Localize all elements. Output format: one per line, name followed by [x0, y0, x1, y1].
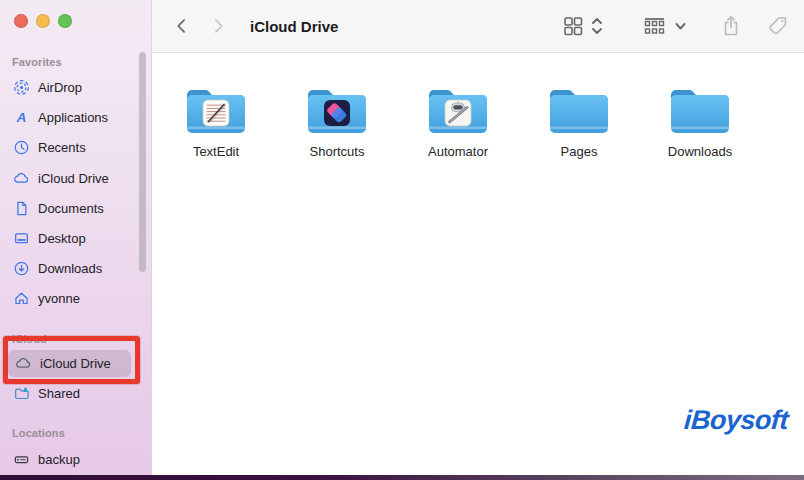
sidebar-item-label: Desktop: [38, 231, 86, 246]
tag-button[interactable]: [766, 14, 789, 38]
recents-icon: [13, 139, 30, 156]
group-by-control[interactable]: [641, 14, 687, 38]
zoom-button[interactable]: [58, 14, 72, 28]
svg-text:A: A: [16, 110, 27, 125]
sidebar-section-favorites: Favorites: [12, 56, 62, 68]
sidebar: Favorites AirDrop A Applications Recents: [0, 0, 152, 480]
toolbar-controls: [561, 14, 789, 38]
group-by-icon: [641, 14, 668, 38]
share-button[interactable]: [720, 14, 742, 38]
folder-textedit[interactable]: TextEdit: [171, 84, 261, 159]
view-mode-control[interactable]: [561, 14, 604, 38]
shortcuts-app-badge: [324, 100, 350, 126]
close-button[interactable]: [14, 14, 28, 28]
tag-icon: [766, 14, 789, 38]
sidebar-item-label: yvonne: [38, 291, 80, 306]
sidebar-item-applications[interactable]: A Applications: [6, 104, 140, 131]
chevron-down-icon: [674, 15, 687, 37]
minimize-button[interactable]: [36, 14, 50, 28]
folder-automator[interactable]: Automator: [413, 84, 503, 159]
sidebar-item-label: backup: [38, 452, 80, 467]
sidebar-item-recents[interactable]: Recents: [6, 134, 140, 161]
folder-name: Pages: [534, 144, 624, 159]
sidebar-item-home[interactable]: yvonne: [6, 285, 140, 312]
bottom-edge-strip: [0, 475, 804, 480]
iboysoft-watermark: iBoysoft: [683, 405, 789, 436]
folder-icon: [305, 84, 369, 136]
external-drive-icon: [13, 451, 30, 468]
folder-name: Downloads: [655, 144, 745, 159]
toolbar: iCloud Drive: [152, 0, 804, 53]
home-icon: [13, 290, 30, 307]
sidebar-item-label: iCloud Drive: [38, 171, 109, 186]
folder-shortcuts[interactable]: Shortcuts: [292, 84, 382, 159]
sidebar-item-desktop[interactable]: Desktop: [6, 225, 140, 252]
sidebar-item-shared[interactable]: Shared: [6, 380, 140, 407]
folder-name: TextEdit: [171, 144, 261, 159]
sidebar-item-label: Downloads: [38, 261, 102, 276]
folder-name: Automator: [413, 144, 503, 159]
sidebar-item-airdrop[interactable]: AirDrop: [6, 74, 140, 101]
window-title: iCloud Drive: [250, 18, 338, 35]
airdrop-icon: [13, 79, 30, 96]
sidebar-item-icloud-drive-fav[interactable]: iCloud Drive: [6, 165, 140, 192]
annotation-red-box: [3, 336, 140, 384]
sidebar-item-backup[interactable]: backup: [6, 446, 140, 473]
desktop-icon: [13, 230, 30, 247]
folder-icon: [184, 84, 248, 136]
forward-button[interactable]: [206, 14, 230, 38]
sidebar-item-label: Applications: [38, 110, 108, 125]
downloads-icon: [13, 260, 30, 277]
automator-app-badge: [445, 100, 471, 126]
documents-icon: [13, 200, 30, 217]
folder-icon: [668, 84, 732, 136]
folder-icon: [426, 84, 490, 136]
sidebar-section-locations: Locations: [12, 427, 65, 439]
folder-pages[interactable]: Pages: [534, 84, 624, 159]
shared-folder-icon: [13, 385, 30, 402]
folder-icon: [547, 84, 611, 136]
applications-icon: A: [13, 109, 30, 126]
sidebar-item-documents[interactable]: Documents: [6, 195, 140, 222]
sidebar-scrollbar[interactable]: [139, 52, 146, 272]
sidebar-item-label: Documents: [38, 201, 104, 216]
chevron-up-down-icon: [590, 15, 604, 37]
sidebar-item-label: Shared: [38, 386, 80, 401]
traffic-lights: [14, 14, 72, 28]
sidebar-item-downloads[interactable]: Downloads: [6, 255, 140, 282]
sidebar-item-label: Recents: [38, 140, 86, 155]
cloud-icon: [13, 170, 30, 187]
folder-name: Shortcuts: [292, 144, 382, 159]
folder-downloads[interactable]: Downloads: [655, 84, 745, 159]
back-button[interactable]: [170, 14, 194, 38]
sidebar-item-label: AirDrop: [38, 80, 82, 95]
share-icon: [720, 14, 742, 38]
finder-window: Favorites AirDrop A Applications Recents: [0, 0, 804, 480]
textedit-app-badge: [203, 100, 229, 126]
grid-view-icon: [561, 14, 585, 38]
